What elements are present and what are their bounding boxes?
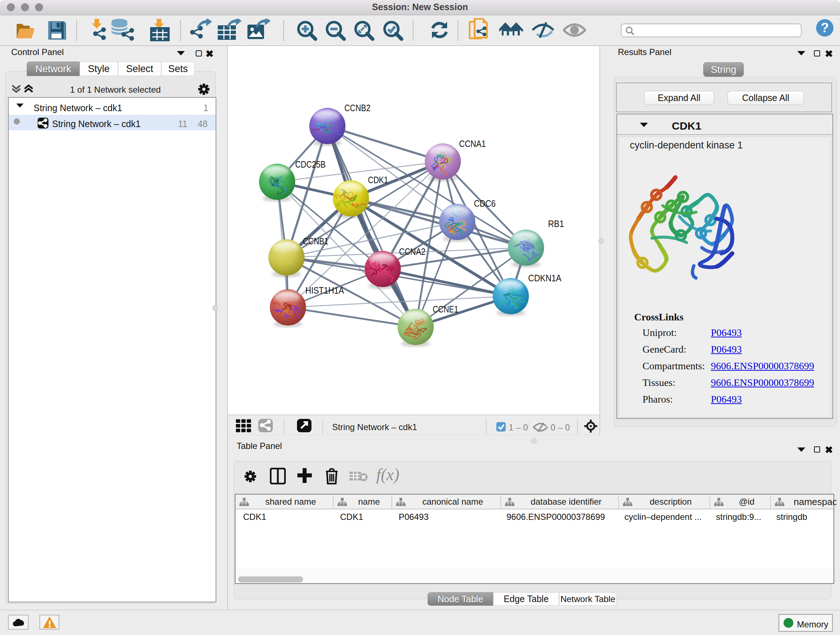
svg-text:CCNA2: CCNA2	[399, 246, 425, 257]
svg-text:CCNE1: CCNE1	[433, 304, 458, 315]
svg-text:CDKN1A: CDKN1A	[528, 272, 562, 283]
svg-text:CCNA1: CCNA1	[459, 138, 486, 149]
svg-text:CCNB2: CCNB2	[344, 103, 370, 113]
svg-text:CDC6: CDC6	[474, 198, 496, 209]
svg-text:RB1: RB1	[548, 218, 564, 229]
svg-text:CDK1: CDK1	[368, 174, 388, 185]
svg-text:HIST1H1A: HIST1H1A	[305, 285, 344, 296]
svg-text:CCNB1: CCNB1	[303, 236, 328, 247]
svg-text:CDC25B: CDC25B	[295, 159, 325, 170]
